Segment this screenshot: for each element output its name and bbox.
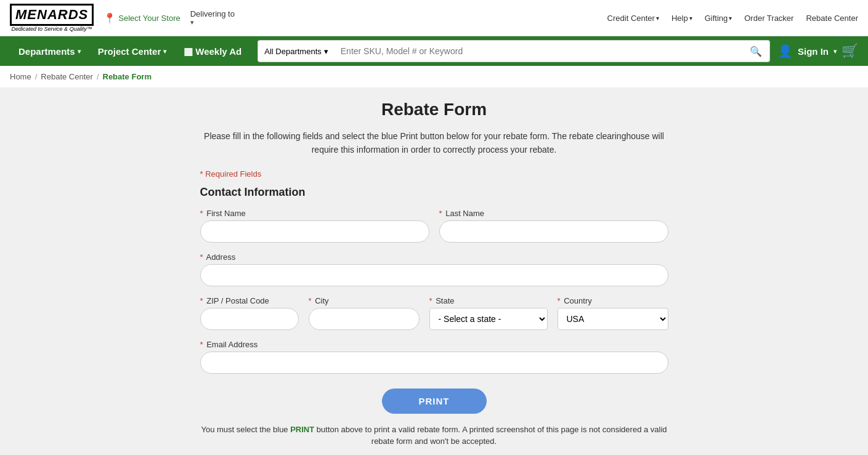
credit-center-link[interactable]: Credit Center ▾ (607, 14, 659, 23)
weekly-ad-nav[interactable]: ▦ Weekly Ad (175, 36, 250, 66)
breadcrumb-current: Rebate Form (103, 72, 152, 81)
signin-area[interactable]: 👤 Sign In ▾ 🛒 (777, 43, 858, 59)
address-row: * Address (200, 252, 668, 286)
nav-bar: Departments ▾ Project Center ▾ ▦ Weekly … (0, 36, 868, 66)
address-label: * Address (200, 252, 668, 262)
order-tracker-label: Order Tracker (744, 14, 793, 23)
state-group: * State - Select a state - (429, 296, 548, 330)
departments-label: Departments (18, 46, 75, 57)
email-input[interactable] (200, 352, 668, 374)
weekly-ad-icon: ▦ (184, 46, 193, 57)
store-selector[interactable]: 📍 Select Your Store (103, 12, 180, 24)
last-name-req: * (439, 209, 442, 218)
search-dept-dropdown[interactable]: All Departments ▾ (258, 40, 334, 62)
delivering-label: Delivering to (190, 9, 235, 18)
last-name-group: * Last Name (439, 209, 668, 243)
country-select[interactable]: USA (558, 308, 668, 330)
user-icon: 👤 (777, 44, 793, 58)
departments-nav[interactable]: Departments ▾ (10, 36, 89, 66)
form-title: Rebate Form (200, 100, 668, 119)
gifting-label: Gifting (705, 14, 728, 23)
credit-center-label: Credit Center (607, 14, 655, 23)
breadcrumb-sep-1: / (35, 72, 38, 81)
name-row: * First Name * Last Name (200, 209, 668, 243)
project-center-nav[interactable]: Project Center ▾ (89, 36, 176, 66)
breadcrumb: Home / Rebate Center / Rebate Form (0, 66, 868, 87)
logo-text: MENARDS (10, 4, 94, 26)
first-name-req: * (200, 209, 203, 218)
order-tracker-link[interactable]: Order Tracker (744, 14, 793, 23)
print-notice-highlight: PRINT (290, 425, 314, 434)
form-description: Please fill in the following fields and … (200, 129, 668, 157)
store-selector-label: Select Your Store (118, 14, 180, 23)
signin-label: Sign In (798, 46, 829, 57)
project-center-label: Project Center (98, 46, 161, 57)
weekly-ad-label: Weekly Ad (195, 46, 241, 57)
logo[interactable]: MENARDS Dedicated to Service & Quality™ (10, 4, 94, 32)
help-arrow: ▾ (689, 15, 692, 22)
search-input[interactable] (335, 40, 742, 62)
last-name-label: * Last Name (439, 209, 668, 218)
search-button[interactable]: 🔍 (742, 40, 770, 62)
pin-icon: 📍 (103, 12, 116, 24)
rebate-center-link[interactable]: Rebate Center (806, 14, 858, 23)
gifting-arrow: ▾ (729, 15, 732, 22)
print-notice: You must select the blue PRINT button ab… (200, 424, 668, 448)
zip-input[interactable] (200, 308, 299, 330)
state-select[interactable]: - Select a state - (429, 308, 548, 330)
email-row: * Email Address (200, 340, 668, 374)
main-content: Rebate Form Please fill in the following… (0, 87, 868, 455)
credit-center-arrow: ▾ (656, 15, 659, 22)
search-dept-label: All Departments (264, 47, 321, 56)
form-card: Rebate Form Please fill in the following… (200, 100, 668, 448)
city-input[interactable] (309, 308, 420, 330)
state-label: * State (429, 296, 548, 305)
first-name-label: * First Name (200, 209, 429, 218)
delivering-to[interactable]: Delivering to ▾ (190, 9, 235, 26)
help-link[interactable]: Help ▾ (671, 14, 692, 23)
email-label: * Email Address (200, 340, 668, 349)
top-bar-left: MENARDS Dedicated to Service & Quality™ … (10, 4, 235, 32)
rebate-center-label: Rebate Center (806, 14, 858, 23)
delivering-arrow: ▾ (190, 18, 235, 26)
location-row: * ZIP / Postal Code * City * State - Sel (200, 296, 668, 330)
city-group: * City (309, 296, 420, 330)
top-bar-right: Credit Center ▾ Help ▾ Gifting ▾ Order T… (607, 14, 858, 23)
print-button[interactable]: PRINT (382, 389, 487, 414)
country-label: * Country (558, 296, 668, 305)
top-bar: MENARDS Dedicated to Service & Quality™ … (0, 0, 868, 36)
required-note: * Required Fields (200, 169, 668, 179)
zip-label: * ZIP / Postal Code (200, 296, 299, 305)
address-req: * (200, 252, 203, 262)
breadcrumb-rebate-center[interactable]: Rebate Center (41, 72, 93, 81)
last-name-input[interactable] (439, 220, 668, 243)
city-label: * City (309, 296, 420, 305)
project-center-arrow: ▾ (163, 48, 166, 55)
country-group: * Country USA (558, 296, 668, 330)
search-dept-arrow: ▾ (324, 47, 328, 56)
breadcrumb-home[interactable]: Home (10, 72, 31, 81)
signin-arrow: ▾ (834, 48, 837, 55)
breadcrumb-sep-2: / (97, 72, 99, 81)
search-icon: 🔍 (750, 46, 762, 57)
contact-info-title: Contact Information (200, 186, 668, 199)
email-group: * Email Address (200, 340, 668, 374)
help-label: Help (671, 14, 688, 23)
first-name-input[interactable] (200, 220, 429, 243)
gifting-link[interactable]: Gifting ▾ (705, 14, 732, 23)
search-container: All Departments ▾ 🔍 (258, 40, 770, 62)
address-input[interactable] (200, 264, 668, 286)
departments-arrow: ▾ (78, 48, 81, 55)
address-group: * Address (200, 252, 668, 286)
first-name-group: * First Name (200, 209, 429, 243)
logo-tagline: Dedicated to Service & Quality™ (12, 26, 92, 32)
cart-icon[interactable]: 🛒 (842, 43, 858, 59)
zip-group: * ZIP / Postal Code (200, 296, 299, 330)
